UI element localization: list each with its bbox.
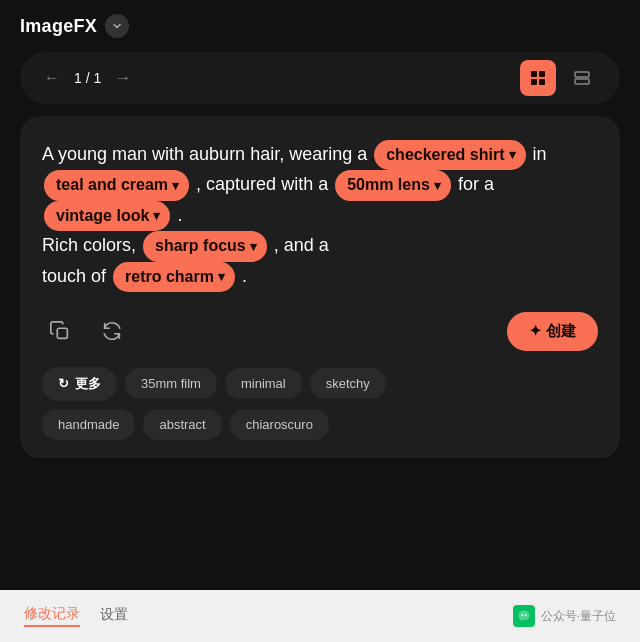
- toolbar-row: ✦ 创建: [42, 312, 598, 351]
- chip-arrow-icon: ▾: [218, 266, 225, 287]
- nav-bar: ← 1 / 1 →: [20, 52, 620, 104]
- prev-button[interactable]: ←: [40, 65, 64, 91]
- style-row-2: handmade abstract chiaroscuro: [42, 409, 598, 440]
- app-title: ImageFX: [20, 16, 97, 37]
- chip-arrow-icon: ▾: [153, 205, 160, 226]
- chip-arrow-icon: ▾: [434, 175, 441, 196]
- svg-rect-0: [531, 71, 537, 77]
- grid-view-button[interactable]: [520, 60, 556, 96]
- tab-settings[interactable]: 设置: [100, 606, 128, 626]
- refresh-icon: ↻: [58, 376, 69, 391]
- refresh-button[interactable]: [94, 313, 130, 349]
- nav-controls: ← 1 / 1 →: [40, 65, 135, 91]
- tab-list: 修改记录 设置: [24, 605, 128, 627]
- svg-rect-2: [531, 79, 537, 85]
- page-indicator: 1 / 1: [74, 70, 101, 86]
- svg-rect-3: [539, 79, 545, 85]
- svg-rect-1: [539, 71, 545, 77]
- next-button[interactable]: →: [111, 65, 135, 91]
- tab-history[interactable]: 修改记录: [24, 605, 80, 627]
- prompt-text-before-chip1: A young man with auburn hair, wearing a: [42, 144, 372, 164]
- chip-arrow-icon: ▾: [509, 144, 516, 165]
- header: ImageFX: [0, 0, 640, 52]
- main-card: A young man with auburn hair, wearing a …: [20, 116, 620, 458]
- style-chip-sketchy[interactable]: sketchy: [310, 368, 386, 399]
- style-chip-handmade[interactable]: handmade: [42, 409, 135, 440]
- copy-button[interactable]: [42, 313, 78, 349]
- prompt-text-captured: , captured with a: [196, 174, 333, 194]
- style-chip-chiaroscuro[interactable]: chiaroscuro: [230, 409, 329, 440]
- chip-checkered-shirt[interactable]: checkered shirt ▾: [374, 140, 525, 170]
- nav-view-controls: [520, 60, 600, 96]
- app-dropdown-button[interactable]: [105, 14, 129, 38]
- prompt-text-period: .: [177, 205, 182, 225]
- prompt-text-in: in: [533, 144, 547, 164]
- watermark-text: 公众号·量子位: [541, 608, 616, 625]
- chip-arrow-icon: ▾: [172, 175, 179, 196]
- chip-teal-cream[interactable]: teal and cream ▾: [44, 170, 189, 200]
- toolbar-left: [42, 313, 130, 349]
- chip-vintage-look[interactable]: vintage look ▾: [44, 201, 170, 231]
- prompt-text-rich: Rich colors,: [42, 235, 141, 255]
- svg-rect-6: [57, 329, 67, 339]
- svg-rect-4: [575, 72, 589, 77]
- svg-rect-5: [575, 79, 589, 84]
- wechat-icon: [513, 605, 535, 627]
- prompt-text-touch: , and a: [274, 235, 329, 255]
- chip-retro-charm[interactable]: retro charm ▾: [113, 262, 235, 292]
- prompt-text-touch2: touch of: [42, 266, 111, 286]
- more-styles-button[interactable]: ↻ 更多: [42, 367, 117, 401]
- style-row-1: ↻ 更多 35mm film minimal sketchy: [42, 367, 598, 401]
- watermark: 公众号·量子位: [513, 605, 616, 627]
- chip-sharp-focus[interactable]: sharp focus ▾: [143, 231, 267, 261]
- prompt-text: A young man with auburn hair, wearing a …: [42, 140, 598, 292]
- chip-50mm-lens[interactable]: 50mm lens ▾: [335, 170, 451, 200]
- style-chip-abstract[interactable]: abstract: [143, 409, 221, 440]
- style-chip-minimal[interactable]: minimal: [225, 368, 302, 399]
- prompt-text-for: for a: [458, 174, 494, 194]
- list-view-button[interactable]: [564, 60, 600, 96]
- prompt-text-end: .: [242, 266, 247, 286]
- bottom-tabs: 修改记录 设置 公众号·量子位: [0, 590, 640, 642]
- create-button[interactable]: ✦ 创建: [507, 312, 598, 351]
- chip-arrow-icon: ▾: [250, 236, 257, 257]
- style-chip-35mm[interactable]: 35mm film: [125, 368, 217, 399]
